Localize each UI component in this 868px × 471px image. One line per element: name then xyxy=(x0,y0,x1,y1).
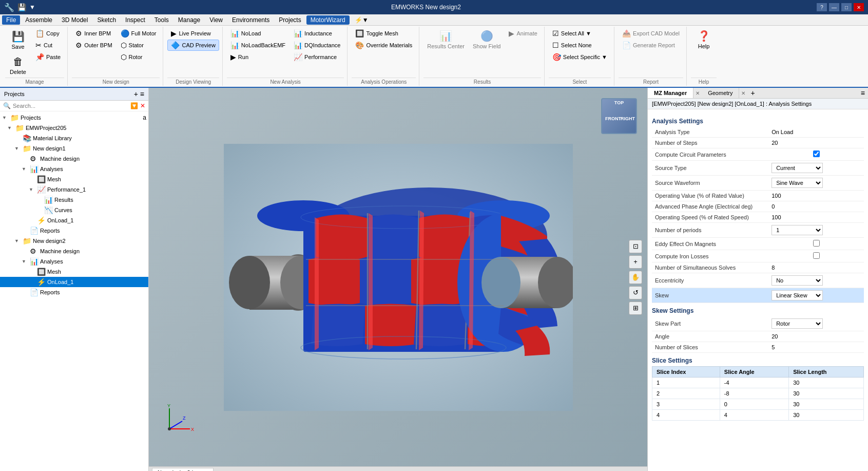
noload-button[interactable]: 📊NoLoad xyxy=(227,28,289,39)
tree-item-projects[interactable]: ▼ 📁 Projects a xyxy=(0,112,148,123)
compute-circuit-checkbox[interactable] xyxy=(813,150,820,157)
tree-item-reports2[interactable]: 📄 Reports xyxy=(0,287,148,297)
save-icon[interactable]: 💾 xyxy=(17,3,26,11)
num-periods-select[interactable]: 1 xyxy=(771,225,823,235)
menu-item-environments[interactable]: Environments xyxy=(228,15,274,25)
help-ribbon-button[interactable]: ❓ Help xyxy=(691,28,717,51)
value-angle[interactable]: 20 xyxy=(768,331,864,342)
pan-button[interactable]: ✋ xyxy=(629,271,642,284)
menu-item-3dmodel[interactable]: 3D Model xyxy=(57,15,92,25)
value-operating-speed[interactable]: 100 xyxy=(768,212,864,223)
clear-icon[interactable]: ✕ xyxy=(140,102,145,109)
tree-item-emwproject[interactable]: ▼ 📁 EMWProject205 xyxy=(0,123,148,133)
select-all-button[interactable]: ☑Select All ▼ xyxy=(549,28,611,39)
tab-close-icon[interactable]: ✕ xyxy=(693,90,702,96)
skew-select[interactable]: Linear Skew xyxy=(771,290,823,300)
section-button[interactable]: ⊞ xyxy=(629,302,642,315)
menu-item-motorwizard[interactable]: MotorWizard xyxy=(306,15,350,25)
override-materials-button[interactable]: 🎨Override Materials xyxy=(352,40,416,51)
slice-row-4[interactable]: 4 4 30 xyxy=(652,410,864,421)
menu-item-file[interactable]: File xyxy=(2,15,20,25)
run-button[interactable]: ▶Run xyxy=(227,51,289,63)
menu-item-projects[interactable]: Projects xyxy=(275,15,305,25)
results-center-button[interactable]: 📊 Results Center xyxy=(423,28,468,51)
right-panel-options[interactable]: ≡ xyxy=(858,89,868,97)
tree-item-performance1[interactable]: ▼ 📈 Performance_1 xyxy=(0,184,148,195)
value-eccentricity[interactable]: No xyxy=(768,273,864,288)
close-button[interactable]: ✕ xyxy=(854,3,864,11)
tree-item-onload1-d1[interactable]: ⚡ OnLoad_1 xyxy=(0,215,148,225)
tab-close-icon2[interactable]: ✕ xyxy=(739,90,747,96)
cad-preview-button[interactable]: 🔷CAD Preview xyxy=(167,40,219,51)
tree-item-results1[interactable]: 📊 Results xyxy=(0,195,148,205)
source-type-select[interactable]: Current xyxy=(771,163,823,173)
value-phase-angle[interactable]: 0 xyxy=(768,201,864,212)
menu-item-plugin[interactable]: ⚡▼ xyxy=(351,15,373,25)
export-cad-button[interactable]: 📤Export CAD Model xyxy=(619,28,683,39)
add-tab-icon[interactable]: + xyxy=(747,89,758,97)
full-motor-button[interactable]: 🔵Full Motor xyxy=(117,28,160,39)
value-num-periods[interactable]: 1 xyxy=(768,223,864,238)
tree-item-mesh2[interactable]: 🔲 Mesh xyxy=(0,267,148,277)
value-num-slices[interactable]: 5 xyxy=(768,342,864,353)
generate-report-button[interactable]: 📄Generate Report xyxy=(619,40,683,51)
value-source-type[interactable]: Current xyxy=(768,161,864,176)
tree-item-curves1[interactable]: 📉 Curves xyxy=(0,205,148,215)
live-preview-button[interactable]: ▶Live Preview xyxy=(167,28,219,39)
filter-icon[interactable]: 🔽 xyxy=(130,102,138,109)
noloadbackemf-button[interactable]: 📊NoLoadBackEMF xyxy=(227,40,289,51)
slice-row-3[interactable]: 3 0 30 xyxy=(652,399,864,410)
tree-item-onload1-d2[interactable]: ⚡ OnLoad_1 xyxy=(0,277,148,287)
dqinductance-button[interactable]: 📊DQInductance xyxy=(290,40,344,51)
tree-item-analyses2[interactable]: ▼ 📊 Analyses xyxy=(0,256,148,267)
value-skew-part[interactable]: Rotor xyxy=(768,316,864,331)
zoom-fit-button[interactable]: ⊡ xyxy=(629,240,642,253)
quick-access-icon[interactable]: ▼ xyxy=(29,4,35,11)
menu-item-view[interactable]: View xyxy=(205,15,227,25)
add-icon[interactable]: + xyxy=(134,90,138,98)
animate-button[interactable]: ▶Animate xyxy=(505,28,541,39)
cut-button[interactable]: ✂Cut xyxy=(32,40,64,51)
menu-item-manage[interactable]: Manage xyxy=(174,15,204,25)
select-specific-button[interactable]: 🎯Select Specific ▼ xyxy=(549,51,611,63)
value-analysis-type[interactable]: On Load xyxy=(768,127,864,138)
value-source-waveform[interactable]: Sine Wave xyxy=(768,176,864,191)
right-tab-geometry[interactable]: Geometry xyxy=(702,88,739,98)
tree-item-material-library[interactable]: 📚 Material Library xyxy=(0,133,148,143)
eccentricity-select[interactable]: No xyxy=(771,275,823,286)
value-operating-value[interactable]: 100 xyxy=(768,191,864,201)
zoom-in-button[interactable]: + xyxy=(629,255,642,269)
slice-row-1[interactable]: 1 -4 30 xyxy=(652,378,864,388)
menu-item-inspect[interactable]: Inspect xyxy=(121,15,149,25)
source-waveform-select[interactable]: Sine Wave xyxy=(771,178,823,188)
slice-row-2[interactable]: 2 -8 30 xyxy=(652,388,864,399)
tree-item-reports1[interactable]: 📄 Reports xyxy=(0,225,148,236)
right-tab-mzmanager[interactable]: MZ Manager xyxy=(648,88,693,98)
value-num-steps[interactable]: 20 xyxy=(768,138,864,148)
tree-item-machine-design1[interactable]: ⚙ Machine design xyxy=(0,154,148,164)
inductance-button[interactable]: 📊Inductance xyxy=(290,28,344,39)
menu-item-tools[interactable]: Tools xyxy=(150,15,173,25)
tree-item-newdesign1[interactable]: ▼ 📁 New design1 xyxy=(0,143,148,154)
value-num-solves[interactable]: 8 xyxy=(768,262,864,273)
show-field-button[interactable]: 🔵 Show Field xyxy=(469,28,504,51)
maximize-button[interactable]: □ xyxy=(841,3,852,11)
value-eddy-effect[interactable] xyxy=(768,238,864,250)
tree-item-analyses1[interactable]: ▼ 📊 Analyses xyxy=(0,164,148,174)
copy-button[interactable]: 📋Copy xyxy=(32,28,64,39)
performance-button[interactable]: 📈Performance xyxy=(290,51,344,63)
rotor-button[interactable]: ⬡Rotor xyxy=(117,51,160,63)
skew-part-select[interactable]: Rotor xyxy=(771,318,823,329)
search-input[interactable] xyxy=(13,103,128,109)
eddy-effect-checkbox[interactable] xyxy=(813,240,820,247)
value-skew[interactable]: Linear Skew xyxy=(768,288,864,303)
stator-button[interactable]: ⬡Stator xyxy=(117,40,160,51)
cube-face[interactable]: TOP FRONT RIGHT xyxy=(601,98,637,134)
viewport-3d[interactable]: TOP FRONT RIGHT ⊡ + ✋ ↺ ⊞ xyxy=(149,88,647,466)
value-compute-iron[interactable] xyxy=(768,250,864,262)
collapse-icon[interactable]: ≡ xyxy=(140,90,144,98)
outer-bpm-button[interactable]: ⚙Outer BPM xyxy=(72,40,115,51)
paste-button[interactable]: 📌Paste xyxy=(32,51,64,63)
minimize-button[interactable]: — xyxy=(829,3,839,11)
toggle-mesh-button[interactable]: 🔲Toggle Mesh xyxy=(352,28,416,39)
